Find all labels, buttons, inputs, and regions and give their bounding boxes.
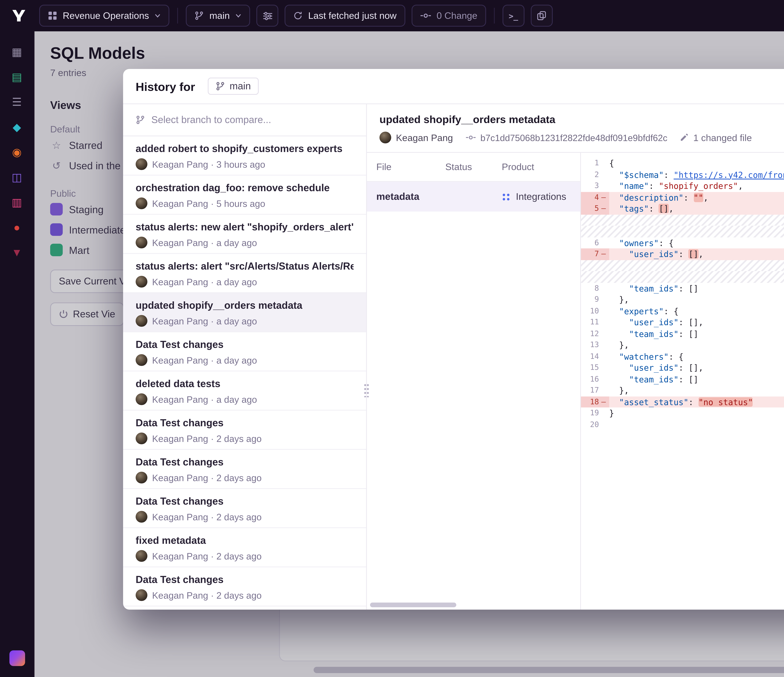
- column-resize-handle[interactable]: [364, 383, 369, 397]
- code-line: [609, 271, 784, 283]
- commit-item-meta: Keagan Pang · 2 days ago: [135, 511, 353, 523]
- commit-item-title: orchestration dag_foo: remove schedule: [135, 182, 353, 194]
- changed-files: 1 changed file: [680, 132, 752, 143]
- orchestration-icon[interactable]: ◉: [6, 141, 28, 163]
- diff-row: 16 "team_ids": []: [581, 373, 784, 385]
- diff-row: [581, 271, 784, 283]
- file-name: metadata: [376, 191, 445, 202]
- code-line: [609, 419, 784, 430]
- avatar: [135, 315, 148, 327]
- diff-sign: [601, 294, 609, 305]
- diff-sign: [601, 419, 609, 430]
- commit-author: Keagan Pang: [380, 132, 453, 143]
- modal-title: History for: [135, 79, 195, 93]
- commit-item[interactable]: Data Test changesKeagan Pang · 2 days ag…: [123, 411, 366, 450]
- changes-button[interactable]: 0 Change: [411, 5, 486, 26]
- file-panel-scrollbar[interactable]: [370, 602, 456, 607]
- diff-sign: [601, 237, 609, 248]
- commit-item[interactable]: fixed metadataKeagan Pang · 2 days ago: [123, 528, 366, 567]
- code-line: [609, 226, 784, 237]
- pencil-icon: [680, 133, 689, 142]
- y42-brand-icon[interactable]: [9, 651, 25, 666]
- commit-item-meta-text: Keagan Pang · a day ago: [152, 237, 257, 248]
- diff-sign: —: [601, 248, 609, 260]
- commit-item-title: status alerts: alert "src/Alerts/Status …: [135, 260, 353, 273]
- commit-item-title: deleted data tests: [135, 378, 353, 390]
- models-doc-icon[interactable]: ▤: [6, 66, 28, 88]
- col-file: File: [376, 161, 445, 172]
- commit-list: added robert to shopify_customers expert…: [123, 136, 366, 610]
- diff-row: 3 "name": "shopify_orders",: [581, 180, 784, 192]
- commit-item-meta: Keagan Pang · a day ago: [135, 393, 353, 405]
- commit-hash[interactable]: b7c1dd75068b1231f2822fde48df091e9bfdf62c: [465, 133, 667, 142]
- reports-icon[interactable]: ▥: [6, 191, 28, 213]
- commit-item[interactable]: status alerts: new alert "shopify_orders…: [123, 215, 366, 254]
- governance-icon[interactable]: ▼: [6, 241, 28, 263]
- commit-item[interactable]: status alerts: alert "src/Alerts/Status …: [123, 254, 366, 293]
- commit-item[interactable]: Data Test changesKeagan Pang · a day ago: [123, 332, 366, 371]
- integrations-icon: [502, 193, 510, 201]
- code-line: "owners": {: [609, 237, 784, 248]
- commit-item[interactable]: Data Test changesKeagan Pang · 2 days ag…: [123, 567, 366, 607]
- changed-files-panel: File Status Product metadata Inte: [367, 153, 581, 610]
- commit-item[interactable]: orchestration dag_foo: remove scheduleKe…: [123, 175, 366, 215]
- avatar: [135, 433, 148, 444]
- commit-item[interactable]: Data Test changesKeagan Pang · 2 days ag…: [123, 450, 366, 489]
- avatar: [135, 197, 148, 209]
- commit-item-title: Data Test changes: [135, 574, 353, 586]
- transformations-icon[interactable]: ☰: [6, 91, 28, 113]
- commit-item[interactable]: Data Test changesKeagan Pang · 2 days ag…: [123, 489, 366, 528]
- commit-item[interactable]: removed annotations from dashbKeagan Pan…: [123, 607, 366, 610]
- commit-item[interactable]: added robert to shopify_customers expert…: [123, 136, 366, 175]
- diff-sign: [601, 260, 609, 271]
- commit-item[interactable]: updated shopify__orders metadataKeagan P…: [123, 293, 366, 332]
- terminal-button[interactable]: >_: [502, 5, 524, 26]
- workspace-switcher[interactable]: Revenue Operations: [39, 5, 170, 26]
- commit-title: updated shopify__orders metadata: [380, 113, 752, 125]
- compare-branch-input[interactable]: Select branch to compare...: [123, 104, 366, 136]
- apps-grid-icon[interactable]: ▦: [6, 41, 28, 63]
- code-line: }: [609, 407, 784, 419]
- commit-item[interactable]: deleted data testsKeagan Pang · a day ag…: [123, 371, 366, 411]
- file-row[interactable]: metadata Integrations: [367, 182, 580, 211]
- avatar: [135, 354, 148, 366]
- last-fetched-button[interactable]: Last fetched just now: [285, 5, 405, 26]
- line-number: 13: [581, 339, 601, 351]
- commit-item-meta: Keagan Pang · 3 hours ago: [135, 158, 353, 170]
- y42-logo-icon[interactable]: [9, 6, 28, 25]
- assets-diamond-icon[interactable]: ◆: [6, 116, 28, 138]
- alerts-icon[interactable]: ●: [6, 216, 28, 238]
- commit-info-bar: updated shopify__orders metadata Keagan …: [367, 104, 784, 153]
- line-number: 19: [581, 407, 601, 419]
- diff-row: [581, 260, 784, 271]
- env-settings-button[interactable]: [257, 5, 278, 26]
- branch-selector[interactable]: main: [186, 5, 250, 26]
- chevron-down-icon: [154, 12, 161, 19]
- commit-item-meta-text: Keagan Pang · 2 days ago: [152, 551, 262, 562]
- diff-sign: [601, 339, 609, 351]
- diff-sign: —: [601, 396, 609, 408]
- collaboration-icon[interactable]: ◫: [6, 166, 28, 188]
- diff-row: 14 "watchers": {: [581, 351, 784, 362]
- commit-item-meta-text: Keagan Pang · 5 hours ago: [152, 198, 265, 209]
- diff-row: 18— "asset_status": "no status": [581, 396, 784, 408]
- code-line: "experts": {: [609, 305, 784, 317]
- diff-sign: [601, 328, 609, 339]
- modal-body: Select branch to compare... added robert…: [123, 104, 784, 610]
- commit-item-title: Data Test changes: [135, 417, 353, 429]
- diff-sign: —: [601, 203, 609, 214]
- commit-item-meta-text: Keagan Pang · a day ago: [152, 394, 257, 405]
- avatar: [135, 589, 148, 601]
- line-number: 7: [581, 248, 601, 260]
- copy-icon: [537, 11, 546, 20]
- app: Revenue Operations main Last fetched j: [0, 0, 784, 677]
- branch-icon: [194, 11, 204, 20]
- diff-sign: [601, 214, 609, 226]
- line-number: [581, 214, 601, 226]
- copy-button[interactable]: [530, 5, 552, 26]
- workspace-grid-icon: [48, 11, 57, 20]
- workspace-label: Revenue Operations: [63, 10, 149, 21]
- compare-placeholder: Select branch to compare...: [151, 114, 271, 125]
- branch-label: main: [209, 10, 230, 21]
- diff-sign: [601, 226, 609, 237]
